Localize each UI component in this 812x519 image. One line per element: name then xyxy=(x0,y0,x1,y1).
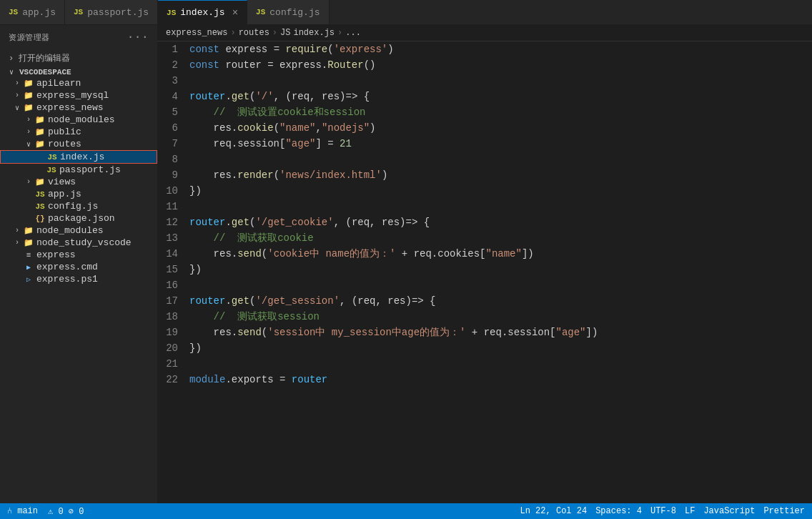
js-file-icon: JS xyxy=(46,153,58,162)
js-file-icon: JS xyxy=(34,190,46,199)
js-file-icon: JS xyxy=(34,202,46,211)
sidebar-item-express_news[interactable]: ∨ 📁 express_news xyxy=(0,102,157,114)
node_modules2-arrow: › xyxy=(11,227,23,234)
code-line-8 xyxy=(189,152,806,167)
breadcrumb: express_news › routes › JS index.js › ..… xyxy=(157,25,812,41)
sidebar-menu-button[interactable]: ··· xyxy=(127,31,149,44)
sidebar-item-config_js[interactable]: › JS config.js xyxy=(0,200,157,212)
express-label: express xyxy=(36,249,157,260)
code-line-18: // 测试获取session xyxy=(189,309,806,325)
tab-label-index: index.js xyxy=(180,7,224,18)
code-line-9: res.render('news/index.html') xyxy=(189,167,806,183)
sidebar-item-index_js[interactable]: › JS index.js xyxy=(0,150,157,164)
main-area: 资源管理器 ··· › 打开的编辑器 ∨ VSCODESPACE › 📁 api… xyxy=(0,25,812,503)
code-line-6: res.cookie("name","nodejs") xyxy=(189,120,806,136)
passport_js-label: passport.js xyxy=(59,164,157,175)
sidebar-item-public[interactable]: › 📁 public xyxy=(0,126,157,138)
apiLearn-arrow: › xyxy=(11,79,23,87)
sidebar-item-express[interactable]: › ≡ express xyxy=(0,249,157,261)
code-line-13: // 测试获取cookie xyxy=(189,230,806,246)
sidebar-item-routes[interactable]: ∨ 📁 routes xyxy=(0,138,157,150)
sidebar-item-express_ps1[interactable]: › ▷ express.ps1 xyxy=(0,273,157,285)
sidebar-item-views[interactable]: › 📁 views xyxy=(0,176,157,188)
code-line-7: req.session["age"] = 21 xyxy=(189,136,806,152)
code-line-3 xyxy=(189,73,806,89)
sidebar-item-node_modules_2[interactable]: › 📁 node_modules xyxy=(0,224,157,237)
tab-index[interactable]: JS index.js × xyxy=(158,0,247,24)
sidebar-item-node_study_vscode[interactable]: › 📁 node_study_vscode xyxy=(0,237,157,249)
code-line-22: module.exports = router xyxy=(189,372,806,387)
folder-icon: 📁 xyxy=(23,103,34,112)
public-label: public xyxy=(48,127,157,137)
open-editors-section[interactable]: › 打开的编辑器 xyxy=(0,49,157,67)
cmd-file-icon: ▶ xyxy=(23,263,34,272)
sidebar-item-passport_js[interactable]: › JS passport.js xyxy=(0,164,157,176)
breadcrumb-sep2: › xyxy=(272,28,277,38)
node_modules-arrow: › xyxy=(23,116,34,124)
code-line-16 xyxy=(189,277,806,293)
routes-label: routes xyxy=(48,139,157,149)
status-position: Ln 22, Col 24 xyxy=(520,506,588,516)
tab-app[interactable]: JS app.js xyxy=(0,0,65,24)
breadcrumb-part2: routes xyxy=(239,28,269,38)
app_js-label: app.js xyxy=(48,189,157,199)
folder-icon: 📁 xyxy=(23,79,34,88)
status-encoding: UTF-8 xyxy=(650,506,676,516)
root-label: VSCODESPACE xyxy=(19,68,157,76)
tab-label-passport: passport.js xyxy=(87,7,149,18)
folder-icon: 📁 xyxy=(34,127,46,137)
code-line-2: const router = express.Router() xyxy=(189,57,806,73)
status-spaces: Spaces: 4 xyxy=(595,506,642,516)
code-line-14: res.send('cookie中 name的值为：' + req.cookie… xyxy=(189,246,806,262)
sidebar-item-express_cmd[interactable]: › ▶ express.cmd xyxy=(0,261,157,273)
code-line-15: }) xyxy=(189,262,806,277)
express_news-label: express_news xyxy=(36,102,157,113)
status-bar: ⑃ main ⚠ 0 ⊘ 0 Ln 22, Col 24 Spaces: 4 U… xyxy=(0,503,812,519)
public-arrow: › xyxy=(23,128,34,136)
views-label: views xyxy=(48,177,157,187)
status-warnings: ⚠ 0 ⊘ 0 xyxy=(48,506,84,517)
status-formatter: Prettier xyxy=(763,506,805,516)
breadcrumb-sep3: › xyxy=(337,28,342,38)
status-eol: LF xyxy=(685,506,695,516)
config_js-label: config.js xyxy=(48,201,157,212)
code-content[interactable]: const express = require('express') const… xyxy=(189,41,812,503)
sidebar-item-apiLearn[interactable]: › 📁 apiLearn xyxy=(0,77,157,89)
close-tab-button[interactable]: × xyxy=(232,7,238,19)
code-area[interactable]: 12345 678910 1112131415 1617181920 2122 … xyxy=(157,41,812,503)
sidebar-item-node_modules_1[interactable]: › 📁 node_modules xyxy=(0,114,157,126)
status-language: JavaScript xyxy=(703,506,755,516)
express_mysql-arrow: › xyxy=(11,92,23,99)
sidebar-header: 资源管理器 ··· xyxy=(0,25,157,49)
code-line-1: const express = require('express') xyxy=(189,41,806,57)
tab-bar: JS app.js JS passport.js JS index.js × J… xyxy=(0,0,812,25)
code-line-21 xyxy=(189,356,806,372)
sidebar-item-app_js[interactable]: › JS app.js xyxy=(0,188,157,200)
js-icon: JS xyxy=(167,9,176,17)
code-line-20: }) xyxy=(189,340,806,356)
js-icon: JS xyxy=(74,8,83,16)
folder-icon: 📁 xyxy=(23,238,34,247)
sidebar-item-express_mysql[interactable]: › 📁 express_mysql xyxy=(0,89,157,102)
code-line-4: router.get('/', (req, res)=> { xyxy=(189,89,806,104)
package_json-label: package.json xyxy=(48,213,157,224)
tab-config[interactable]: JS config.js xyxy=(247,0,329,24)
code-line-12: router.get('/get_cookie', (req, res)=> { xyxy=(189,214,806,230)
folder-icon: 📁 xyxy=(34,177,46,187)
terminal-icon: ≡ xyxy=(23,251,34,260)
js-icon: JS xyxy=(9,8,18,16)
code-line-19: res.send('session中 my_session中age的值为：' +… xyxy=(189,325,806,340)
js-file-icon: JS xyxy=(46,166,57,174)
node_study_vscode-label: node_study_vscode xyxy=(36,237,157,248)
code-line-5: // 测试设置cookie和session xyxy=(189,104,806,120)
editor: express_news › routes › JS index.js › ..… xyxy=(157,25,812,503)
tab-passport[interactable]: JS passport.js xyxy=(65,0,158,24)
folder-icon: 📁 xyxy=(23,91,34,100)
sidebar-item-package_json[interactable]: › {} package.json xyxy=(0,212,157,224)
node_modules-label: node_modules xyxy=(48,114,157,125)
line-numbers: 12345 678910 1112131415 1617181920 2122 xyxy=(157,41,189,503)
sidebar: 资源管理器 ··· › 打开的编辑器 ∨ VSCODESPACE › 📁 api… xyxy=(0,25,157,503)
code-line-10: }) xyxy=(189,183,806,199)
sidebar-root[interactable]: ∨ VSCODESPACE xyxy=(0,67,157,77)
views-arrow: › xyxy=(23,178,34,186)
